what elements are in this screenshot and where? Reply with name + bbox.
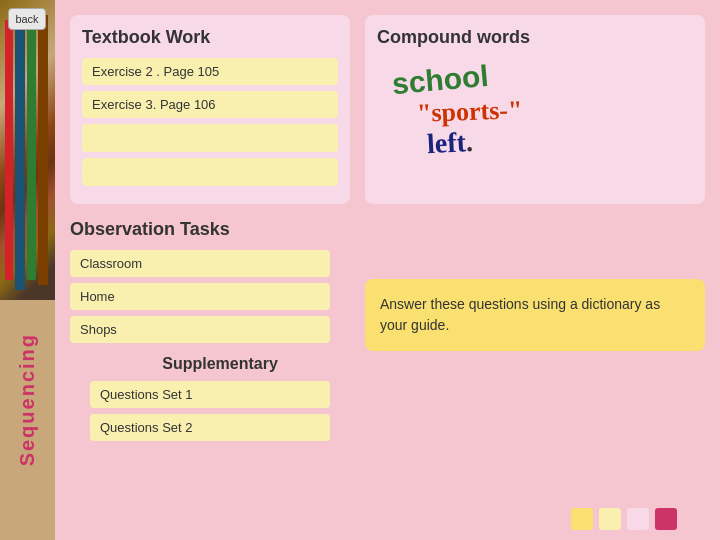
color-square-2 [599, 508, 621, 530]
middle-section: Observation Tasks Classroom Home Shops S… [70, 219, 705, 441]
answer-box-wrapper: Answer these questions using a dictionar… [365, 219, 705, 441]
obs-item-shops[interactable]: Shops [70, 316, 330, 343]
color-square-1 [571, 508, 593, 530]
observation-items: Classroom Home Shops [70, 250, 330, 343]
textbook-title: Textbook Work [82, 27, 338, 48]
color-square-3 [627, 508, 649, 530]
observation-title: Observation Tasks [70, 219, 350, 240]
color-square-5 [683, 508, 705, 530]
supplementary-section: Supplementary Questions Set 1 Questions … [70, 355, 350, 441]
compound-words-visual: school "sports-" left. [377, 58, 693, 164]
top-row: Textbook Work Exercise 2 . Page 105 Exer… [70, 15, 705, 204]
sequencing-label: Sequencing [0, 300, 55, 500]
books-image [0, 0, 55, 300]
supplementary-title: Supplementary [90, 355, 350, 373]
back-button[interactable]: back [8, 8, 46, 30]
empty-item-1 [82, 124, 338, 152]
word-dot-sports: "sports-" [417, 97, 522, 127]
word-school: school [391, 59, 490, 101]
compound-title: Compound words [377, 27, 693, 48]
color-squares [571, 508, 705, 530]
obs-item-home[interactable]: Home [70, 283, 330, 310]
empty-item-2 [82, 158, 338, 186]
exercise-item-1[interactable]: Exercise 2 . Page 105 [82, 58, 338, 85]
color-square-4 [655, 508, 677, 530]
answer-box-text: Answer these questions using a dictionar… [380, 296, 660, 333]
exercise-item-2[interactable]: Exercise 3. Page 106 [82, 91, 338, 118]
obs-item-classroom[interactable]: Classroom [70, 250, 330, 277]
word-left-dot: left. [427, 127, 473, 159]
left-sidebar: Sequencing [0, 0, 55, 540]
answer-box: Answer these questions using a dictionar… [365, 279, 705, 351]
textbook-panel: Textbook Work Exercise 2 . Page 105 Exer… [70, 15, 350, 204]
main-content: Textbook Work Exercise 2 . Page 105 Exer… [55, 0, 720, 540]
questions-set-1[interactable]: Questions Set 1 [90, 381, 330, 408]
supplementary-items: Questions Set 1 Questions Set 2 [90, 381, 350, 441]
questions-set-2[interactable]: Questions Set 2 [90, 414, 330, 441]
sequencing-text: Sequencing [16, 333, 39, 466]
observation-section: Observation Tasks Classroom Home Shops S… [70, 219, 350, 441]
compound-panel: Compound words school "sports-" left. [365, 15, 705, 204]
